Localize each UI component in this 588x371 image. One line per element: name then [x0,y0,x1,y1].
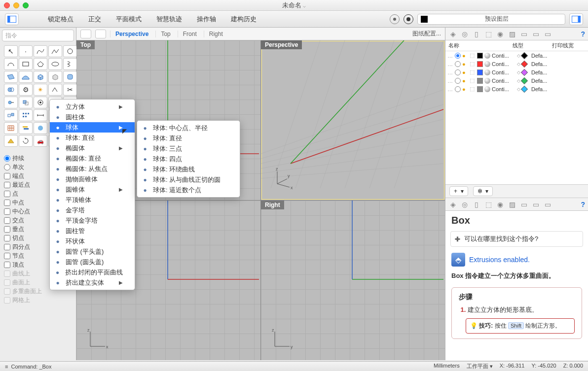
tab-display-icon[interactable]: ▭ [519,30,528,38]
viewport-layout-icon[interactable] [80,30,91,38]
menu-item[interactable]: ●圆管 (平头盖) [50,246,135,257]
tab-sun-icon[interactable]: ▭ [531,30,540,38]
menu-item[interactable]: ●椭圆体▶ [50,143,135,153]
tab2-layers-icon[interactable]: ◈ [448,200,457,209]
menu-item[interactable]: ●圆柱体 [50,112,135,122]
layer-dropdown[interactable]: 预设图层 [417,14,565,25]
command-input[interactable]: 指令 [2,30,74,41]
maximize-icon[interactable] [23,2,29,8]
window-title[interactable]: 未命名 [282,1,306,10]
toolbar-record-icon[interactable] [404,14,413,24]
tab-doc-icon[interactable]: ▯ [472,30,481,38]
menu-item[interactable]: ●球体: 从与曲线正切的圆 [137,174,240,185]
menu-item[interactable]: ●球体: 环绕曲线 [137,164,240,174]
tab-top[interactable]: Top [155,31,175,37]
minimize-icon[interactable] [13,2,19,8]
menu-item[interactable]: ●球体: 三点 [137,143,240,154]
menu-smarttrack[interactable]: 智慧轨迹 [156,15,182,24]
tool-fold[interactable] [4,135,18,147]
menu-item[interactable]: ●挤出封闭的平面曲线 [50,267,135,277]
tool-trim[interactable]: ✂ [63,84,77,96]
tool-pointer[interactable]: ↖ [4,45,18,57]
add-layer-button[interactable]: + ▾ [449,186,468,196]
tab2-display-icon[interactable]: ▭ [519,200,528,209]
layer-row[interactable]: …●⬚Conti...◇Defa... [445,85,588,93]
tool-point[interactable]: · [19,45,33,57]
tab-camera-icon[interactable]: ◉ [496,30,505,38]
tool-mesh[interactable] [48,71,62,83]
help-icon[interactable]: ? [581,30,585,38]
tool-revolve[interactable] [19,135,33,147]
menu-item[interactable]: ●椭圆体: 直径 [50,153,135,164]
tool-c[interactable] [34,97,47,108]
menu-item[interactable]: ●圆锥体▶ [50,184,135,195]
extrusion-link[interactable]: Extrusions enabled. [469,256,530,264]
menu-ortho[interactable]: 正交 [88,15,101,24]
tool-a[interactable] [4,97,18,108]
layer-row[interactable]: …●⬚Conti...◇Defa... [445,51,588,60]
sphere-submenu[interactable]: ●球体: 中心点、半径●球体: 直径●球体: 三点●球体: 四点●球体: 环绕曲… [137,120,240,198]
menu-item[interactable]: ●环状体 [50,236,135,246]
menu-item[interactable]: ●圆管 (圆头盖) [50,257,135,267]
menu-item[interactable]: ●金字塔 [50,205,135,215]
tool-edit[interactable] [48,84,62,96]
menu-item[interactable]: ●圆柱管 [50,226,135,236]
menu-item[interactable]: ●球体: 四点 [137,154,240,164]
layout-config-button[interactable]: 图纸配置... [412,30,441,38]
tool-array[interactable] [19,109,33,121]
right-panel-toggle[interactable] [569,13,583,25]
viewport-single-icon[interactable] [95,30,106,38]
tab-right[interactable]: Right [204,31,228,37]
tool-gear[interactable]: ⚙ [19,84,33,96]
help-icon[interactable]: ? [581,201,585,208]
tool-surface-b[interactable] [19,71,33,83]
tab2-camera-icon[interactable]: ◉ [496,200,505,209]
layer-row[interactable]: …●⬚Conti...◇Defa... [445,76,588,85]
tool-arc[interactable] [4,58,18,70]
tool-ellipse[interactable] [48,58,62,70]
tool-grid[interactable] [4,122,18,134]
tab-layers-icon[interactable]: ◈ [448,30,457,38]
tool-b[interactable] [19,97,33,108]
menu-item[interactable]: ●平顶金字塔 [50,215,135,226]
tab-properties-icon[interactable]: ◎ [460,30,469,38]
tab2-doc-icon[interactable]: ▯ [472,200,481,209]
tool-helix[interactable] [63,58,77,70]
tab-ground-icon[interactable]: ▭ [543,30,552,38]
viewport-right[interactable]: Right zy [261,201,445,360]
tool-layer[interactable] [19,122,33,134]
menu-gridsnap[interactable]: 锁定格点 [48,15,74,24]
status-plane[interactable]: 工作平面 ▾ [467,363,493,370]
tab2-ground-icon[interactable]: ▭ [543,200,552,209]
tab2-properties-icon[interactable]: ◎ [460,200,469,209]
tool-curve[interactable] [34,45,47,57]
layer-row[interactable]: …●⬚Conti...◇Defa... [445,68,588,76]
tool-dim[interactable] [34,109,47,121]
menu-item[interactable]: ●椭圆体: 从焦点 [50,164,135,174]
tool-rect[interactable] [19,58,33,70]
tool-surface-a[interactable] [4,71,18,83]
tool-render[interactable] [34,122,47,134]
tool-polyline[interactable] [48,45,62,57]
layer-row[interactable]: …●⬚Conti...◇Defa... [445,60,588,68]
menu-item[interactable]: ●立方体▶ [50,101,135,112]
tool-polygon[interactable] [34,58,47,70]
menu-item[interactable]: ●球体: 逼近数个点 [137,185,240,195]
close-icon[interactable] [4,2,10,8]
hdr-printwidth[interactable]: 打印线宽 [552,42,574,49]
hdr-linetype[interactable]: 线型 [513,42,552,49]
tab2-box-icon[interactable]: ⬚ [484,200,493,209]
left-panel-toggle[interactable] [5,13,19,25]
layer-settings-button[interactable]: ✻ ▾ [473,186,493,196]
tab-perspective[interactable]: Perspective [110,31,153,37]
menu-item[interactable]: ●挤出建立实体▶ [50,277,135,288]
viewport-perspective[interactable]: Perspective zyx [261,40,445,200]
menu-item[interactable]: ●球体: 直径 [137,133,240,143]
menu-gumball[interactable]: 操作轴 [197,15,216,24]
menu-item[interactable]: ●平顶锥体 [50,195,135,205]
menu-planar[interactable]: 平面模式 [116,15,142,24]
tool-boolean[interactable] [4,84,18,96]
help-where-button[interactable]: ✚ 可以在哪里找到这个指令? [450,231,583,247]
hdr-name[interactable]: 名称 [448,42,513,49]
tool-explode[interactable]: ✴ [34,84,47,96]
